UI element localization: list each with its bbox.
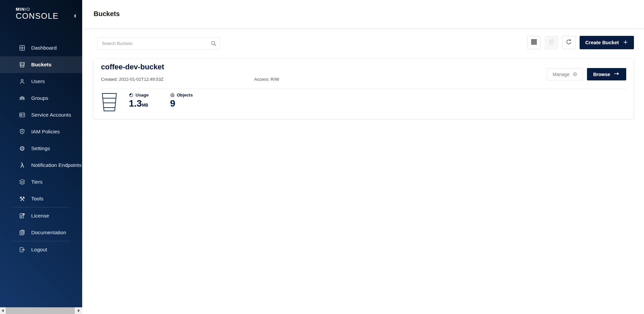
dashboard-icon [18, 44, 26, 52]
horizontal-scrollbar[interactable] [0, 307, 82, 314]
objects-icon [170, 93, 175, 98]
gear-icon: ⚙ [573, 71, 577, 77]
grid-view-icon [531, 39, 537, 47]
objects-metric: Objects 9 [170, 92, 200, 109]
sidebar-item-settings[interactable]: ⚙ Settings [0, 140, 82, 157]
delete-buckets-button[interactable] [545, 36, 558, 49]
arrow-right-icon [614, 71, 620, 77]
lambda-icon: λ [18, 162, 26, 169]
sidebar-item-tiers[interactable]: Tiers [0, 174, 82, 190]
bucket-actions: Manage ⚙ Browse [547, 68, 626, 80]
sidebar-menu: Dashboard Buckets Users Groups Service A [0, 40, 82, 258]
bucket-created: Created: 2022-01-02T12:49:53Z [101, 77, 163, 82]
usage-value: 1.3MB [129, 99, 159, 110]
browse-button[interactable]: Browse [587, 68, 626, 80]
page-title: Buckets [94, 10, 120, 18]
sidebar-item-tools[interactable]: ⚒ Tools [0, 190, 82, 207]
plus-icon [623, 40, 628, 46]
sidebar-item-label: Service Accounts [31, 112, 71, 118]
user-icon [18, 78, 26, 85]
minio-logo: MINIO CONSOLE [16, 7, 59, 20]
sidebar-item-label: Buckets [31, 62, 51, 68]
scrollbar-thumb[interactable] [6, 307, 75, 314]
delete-buckets-icon [548, 39, 555, 47]
sidebar-collapse-icon[interactable]: ‹ [71, 12, 79, 20]
sidebar-item-label: Logout [31, 247, 47, 253]
logout-icon [18, 246, 26, 253]
sidebar-item-label: License [31, 213, 49, 219]
bucket-name-link[interactable]: coffee-dev-bucket [101, 63, 164, 71]
card-divider [101, 88, 626, 89]
sidebar-item-label: Dashboard [31, 45, 57, 51]
sidebar-item-iam-policies[interactable]: IAM Policies [0, 123, 82, 140]
usage-metric: Usage 1.3MB [129, 92, 159, 110]
sidebar-item-users[interactable]: Users [0, 73, 82, 90]
sidebar-item-license[interactable]: License [0, 207, 82, 224]
license-icon [18, 212, 26, 219]
usage-unit: MB [142, 103, 148, 108]
sidebar-item-dashboard[interactable]: Dashboard [0, 40, 82, 56]
groups-icon [18, 95, 26, 102]
search-input[interactable] [97, 37, 220, 50]
sidebar-item-logout[interactable]: Logout [0, 241, 82, 258]
tools-icon: ⚒ [18, 195, 26, 202]
shield-icon [18, 128, 26, 135]
layers-icon [18, 178, 26, 186]
bucket-access: Access: R/W [254, 77, 279, 82]
create-bucket-button[interactable]: Create Bucket [580, 36, 634, 49]
gear-icon: ⚙ [18, 145, 26, 152]
bucket-metrics: Usage 1.3MB Objects 9 [101, 92, 200, 113]
sidebar-item-documentation[interactable]: Documentation [0, 224, 82, 241]
main-content: Create Bucket coffee-dev-bucket Created:… [82, 28, 644, 314]
sidebar-item-label: Groups [31, 95, 48, 101]
manage-button[interactable]: Manage ⚙ [547, 68, 583, 80]
sidebar-item-label: Documentation [31, 230, 66, 236]
sidebar-item-label: Settings [31, 145, 50, 151]
objects-label-row: Objects [170, 92, 200, 98]
usage-label-row: Usage [129, 92, 159, 98]
sidebar-item-buckets[interactable]: Buckets [0, 56, 82, 73]
grid-view-button[interactable] [527, 36, 541, 49]
objects-value: 9 [170, 99, 200, 109]
sidebar-item-label: Users [31, 78, 45, 84]
service-accounts-icon [18, 111, 26, 119]
logo-minio-text: MINIO [16, 7, 59, 11]
scroll-right-arrow[interactable] [76, 307, 82, 314]
refresh-icon [566, 39, 572, 47]
sidebar-item-label: Tools [31, 196, 43, 202]
search-box [97, 37, 220, 50]
sidebar-item-label: Tiers [31, 179, 43, 185]
usage-label: Usage [136, 92, 149, 98]
sidebar-item-label: IAM Policies [31, 129, 60, 135]
sidebar-item-service-accounts[interactable]: Service Accounts [0, 107, 82, 123]
bucket-card: coffee-dev-bucket Created: 2022-01-02T12… [93, 59, 634, 119]
sidebar-item-groups[interactable]: Groups [0, 90, 82, 107]
objects-label: Objects [177, 92, 193, 98]
sidebar-item-notification-endpoints[interactable]: λ Notification Endpoints [0, 157, 82, 174]
sidebar-item-label: Notification Endpoints [31, 162, 82, 168]
usage-pie-icon [129, 93, 133, 98]
bucket-icon [101, 92, 118, 113]
browse-label: Browse [593, 72, 610, 77]
toolbar-controls: Create Bucket [527, 36, 634, 49]
refresh-button[interactable] [562, 36, 576, 49]
logo-console-text: CONSOLE [16, 11, 59, 20]
sidebar: MINIO CONSOLE ‹ Dashboard Buckets Users [0, 0, 82, 307]
create-bucket-label: Create Bucket [585, 40, 619, 45]
bucket-icon [18, 61, 26, 68]
documentation-icon [18, 229, 26, 236]
search-icon [210, 40, 217, 47]
page-header: Buckets [82, 0, 644, 28]
manage-label: Manage [552, 72, 570, 77]
scroll-left-arrow[interactable] [0, 307, 5, 314]
